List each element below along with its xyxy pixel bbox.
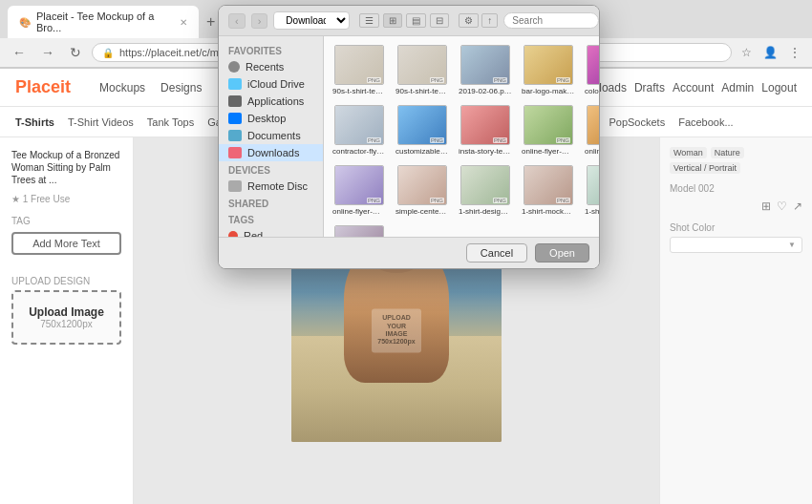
fd-remote-label: Remote Disc bbox=[247, 180, 308, 192]
file-name-3: 2019-02-06.png bbox=[459, 87, 512, 95]
fd-sidebar: Favorites Recents iCloud Drive Applicati… bbox=[219, 36, 324, 237]
file-name-13: 1-shirt-design-signed...832.png bbox=[459, 207, 512, 216]
file-thumb-9: PNG bbox=[524, 105, 573, 145]
file-name-10: online-flyer-maker-f...85e.png bbox=[585, 147, 599, 156]
file-dialog: ‹ › Downloads ☰ ⊞ ▤ ⊟ ⚙ ↑ Favorites bbox=[218, 5, 600, 269]
file-thumb-2: PNG bbox=[397, 45, 447, 85]
file-thumb-16: PNG bbox=[334, 225, 384, 237]
fd-item-desktop[interactable]: Desktop bbox=[219, 110, 323, 127]
file-name-15: 1-shirt-mockup-of-a-mo...556.png bbox=[585, 207, 599, 216]
downloads-icon bbox=[228, 147, 242, 158]
fd-share-btn[interactable]: ↑ bbox=[481, 13, 498, 28]
red-tag-icon bbox=[228, 231, 238, 237]
fd-forward-btn[interactable]: › bbox=[251, 13, 268, 29]
file-name-6: contractor-flyer-design-t...856.png bbox=[332, 147, 386, 156]
fd-back-btn[interactable]: ‹ bbox=[228, 13, 246, 29]
file-name-8: insta-story-template...406.png bbox=[459, 147, 512, 156]
fd-devices-label: Devices bbox=[219, 161, 323, 178]
file-type-3: PNG bbox=[493, 77, 507, 83]
file-item-10[interactable]: PNG online-flyer-maker-f...85e.png bbox=[582, 102, 599, 158]
file-item-8[interactable]: PNG insta-story-template...406.png bbox=[456, 102, 515, 158]
file-thumb-3: PNG bbox=[460, 45, 510, 85]
file-item-4[interactable]: PNG bar-logo-maker-for-a-be...596.png bbox=[519, 42, 578, 98]
recents-icon bbox=[228, 61, 240, 73]
file-type-11: PNG bbox=[367, 198, 381, 203]
file-thumb-10: PNG bbox=[587, 105, 599, 145]
file-thumb-13: PNG bbox=[460, 165, 510, 205]
desktop-icon bbox=[228, 113, 242, 124]
fd-red-label: Red bbox=[244, 230, 263, 237]
fd-tag-red[interactable]: Red bbox=[219, 227, 323, 237]
file-name-5: colorful-flyer-maker-f...119c.png bbox=[585, 87, 599, 95]
fd-apps-label: Applications bbox=[247, 95, 304, 107]
file-name-2: 90s-t-shirt-template-a6.png bbox=[395, 87, 449, 95]
file-name-9: online-flyer-maker-f...434f.png bbox=[522, 147, 575, 156]
fd-actions: ⚙ ↑ bbox=[459, 13, 498, 28]
thumb-inner-15 bbox=[588, 166, 599, 204]
file-item-5[interactable]: PNG colorful-flyer-maker-f...119c.png bbox=[582, 42, 599, 98]
file-thumb-7: PNG bbox=[397, 105, 447, 145]
file-item-7[interactable]: PNG customizable-flyer-te...195s.png bbox=[393, 102, 452, 158]
fd-cover-flow-btn[interactable]: ⊟ bbox=[430, 13, 449, 28]
fd-grid-view-btn[interactable]: ⊞ bbox=[383, 13, 402, 28]
fd-files-grid: PNG 90s-t-shirt-template-f...(2).png PNG… bbox=[330, 42, 593, 237]
icloud-icon bbox=[228, 78, 242, 90]
file-type-12: PNG bbox=[430, 198, 444, 203]
fd-item-recents[interactable]: Recents bbox=[219, 58, 323, 75]
file-thumb-6: PNG bbox=[334, 105, 384, 145]
file-type-2: PNG bbox=[430, 77, 444, 83]
fd-item-remote[interactable]: Remote Disc bbox=[219, 178, 323, 195]
file-type-14: PNG bbox=[556, 198, 570, 203]
file-dialog-overlay: ‹ › Downloads ☰ ⊞ ▤ ⊟ ⚙ ↑ Favorites bbox=[0, 0, 812, 504]
fd-action-btn[interactable]: ⚙ bbox=[459, 13, 479, 28]
file-type-13: PNG bbox=[493, 198, 507, 203]
fd-item-documents[interactable]: Documents bbox=[219, 127, 323, 144]
fd-gallery-view-btn[interactable]: ▤ bbox=[406, 13, 426, 28]
fd-item-downloads[interactable]: Downloads bbox=[219, 144, 323, 161]
file-thumb-15: PNG bbox=[587, 165, 599, 205]
fd-content: PNG 90s-t-shirt-template-f...(2).png PNG… bbox=[324, 36, 599, 237]
fd-item-apps[interactable]: Applications bbox=[219, 93, 323, 110]
file-item-11[interactable]: PNG online-flyer-maker-f...85e.png bbox=[330, 162, 389, 219]
thumb-inner-10 bbox=[588, 106, 599, 144]
fd-location-select[interactable]: Downloads bbox=[273, 11, 350, 30]
fd-footer: Cancel Open bbox=[219, 237, 599, 268]
fd-desktop-label: Desktop bbox=[247, 113, 286, 124]
file-name-11: online-flyer-maker-f...85e.png bbox=[332, 207, 386, 216]
fd-search-input[interactable] bbox=[503, 12, 599, 29]
file-item-14[interactable]: PNG 1-shirt-mockup-of-a-ma...(1).png bbox=[519, 162, 578, 219]
file-item-1[interactable]: PNG 90s-t-shirt-template-f...(2).png bbox=[330, 42, 389, 98]
fd-tags-label: Tags bbox=[219, 211, 323, 227]
file-thumb-11: PNG bbox=[334, 165, 384, 205]
documents-icon bbox=[228, 130, 242, 141]
file-item-13[interactable]: PNG 1-shirt-design-signed...832.png bbox=[456, 162, 515, 219]
file-thumb-1: PNG bbox=[334, 45, 384, 85]
file-thumb-12: PNG bbox=[397, 165, 447, 205]
file-item-6[interactable]: PNG contractor-flyer-design-t...856.png bbox=[330, 102, 389, 158]
file-thumb-4: PNG bbox=[524, 45, 573, 85]
file-item-3[interactable]: PNG 2019-02-06.png bbox=[456, 42, 515, 98]
fd-downloads-label: Downloads bbox=[247, 147, 299, 158]
thumb-inner-16 bbox=[335, 226, 383, 237]
thumb-inner-5 bbox=[588, 46, 599, 84]
fd-cancel-btn[interactable]: Cancel bbox=[466, 243, 527, 262]
file-item-15[interactable]: PNG 1-shirt-mockup-of-a-mo...556.png bbox=[582, 162, 599, 219]
file-name-14: 1-shirt-mockup-of-a-ma...(1).png bbox=[522, 207, 575, 216]
file-type-4: PNG bbox=[556, 77, 570, 83]
fd-icloud-label: iCloud Drive bbox=[247, 78, 305, 90]
file-item-9[interactable]: PNG online-flyer-maker-f...434f.png bbox=[519, 102, 578, 158]
file-thumb-5: PNG bbox=[587, 45, 599, 85]
fd-item-icloud[interactable]: iCloud Drive bbox=[219, 75, 323, 93]
file-name-1: 90s-t-shirt-template-f...(2).png bbox=[332, 87, 386, 95]
file-item-12[interactable]: PNG simple-center-aligned...195s.png bbox=[393, 162, 452, 219]
fd-list-view-btn[interactable]: ☰ bbox=[359, 13, 379, 28]
fd-favorites-label: Favorites bbox=[219, 42, 323, 58]
file-item-2[interactable]: PNG 90s-t-shirt-template-a6.png bbox=[393, 42, 452, 98]
fd-toolbar: ‹ › Downloads ☰ ⊞ ▤ ⊟ ⚙ ↑ bbox=[219, 6, 599, 36]
apps-icon bbox=[228, 95, 242, 107]
fd-documents-label: Documents bbox=[247, 130, 301, 141]
fd-recents-label: Recents bbox=[246, 61, 284, 73]
file-item-16[interactable]: PNG 1-shirt-mockup-of-a-b...png bbox=[330, 222, 389, 237]
fd-open-btn[interactable]: Open bbox=[535, 243, 589, 262]
file-type-7: PNG bbox=[430, 137, 444, 143]
